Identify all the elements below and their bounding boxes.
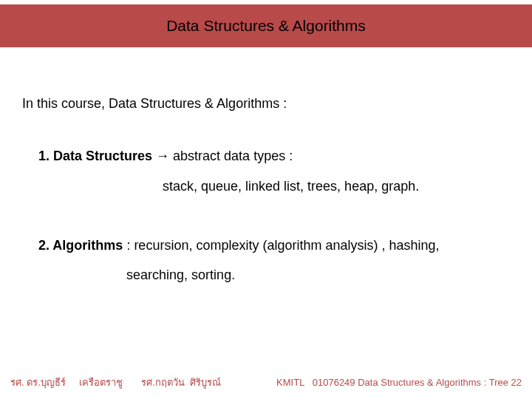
item1-number: 1.	[38, 149, 53, 163]
slide-content: In this course, Data Structures & Algori…	[0, 47, 532, 290]
intro-text: In this course, Data Structures & Algori…	[22, 96, 510, 112]
slide-title: Data Structures & Algorithms	[166, 17, 366, 35]
list-item-2: 2. Algorithms : recursion, complexity (a…	[38, 231, 510, 290]
item2-tail-line2: searching, sorting.	[126, 267, 235, 282]
item2-heading: Algorithms	[52, 238, 123, 253]
item1-heading: Data Structures	[53, 149, 156, 163]
footer-course-info: KMITL 01076249 Data Structures & Algorit…	[276, 377, 522, 388]
item1-subtext: stack, queue, linked list, trees, heap, …	[163, 179, 510, 194]
list-item-1: 1. Data Structures → abstract data types…	[38, 149, 510, 164]
item2-number: 2.	[38, 238, 52, 253]
footer-authors: รศ. ดร.บุญธีร์ เครือตราชู รศ.กฤตวัน ศิริ…	[10, 375, 221, 390]
arrow-icon: →	[156, 149, 169, 163]
title-bar: Data Structures & Algorithms	[0, 4, 532, 47]
footer: รศ. ดร.บุญธีร์ เครือตราชู รศ.กฤตวัน ศิริ…	[0, 375, 532, 390]
item1-tail: abstract data types :	[169, 149, 293, 163]
item2-tail-line1: : recursion, complexity (algorithm analy…	[123, 238, 439, 253]
